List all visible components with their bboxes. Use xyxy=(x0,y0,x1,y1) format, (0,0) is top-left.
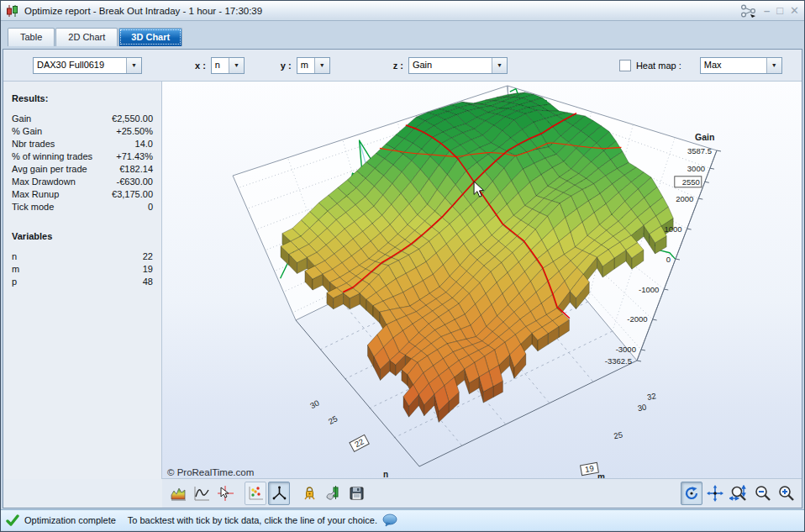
results-rows: Gain €2,550.00 % Gain +25.50% Nbr trades… xyxy=(3,112,161,213)
result-row: Max Runup €3,175.00 xyxy=(3,187,161,200)
zoom-in-icon xyxy=(777,485,794,502)
svg-text:30: 30 xyxy=(637,402,647,413)
result-row: Gain €2,550.00 xyxy=(3,112,161,124)
zoom-window-button[interactable] xyxy=(728,482,750,505)
variable-row: m 19 xyxy=(3,262,161,275)
svg-text:-2000: -2000 xyxy=(627,314,647,324)
tab-bar: Table 2D Chart 3D Chart xyxy=(1,21,804,46)
svg-text:32: 32 xyxy=(646,391,656,402)
area-chart-button[interactable] xyxy=(167,482,189,505)
pan-view-button[interactable] xyxy=(704,482,726,505)
instrument-select[interactable]: DAX30 Full0619 ▼ xyxy=(33,57,142,74)
variables-rows: n 22 m 19 p 48 xyxy=(3,250,161,287)
line-chart-button[interactable] xyxy=(191,482,213,505)
zoom-out-button[interactable] xyxy=(751,482,773,505)
success-check-icon xyxy=(6,514,19,526)
results-title: Results: xyxy=(12,93,161,103)
svg-text:3000: 3000 xyxy=(687,164,705,173)
result-row: % of winning trades +71.43% xyxy=(3,150,161,162)
scatter-chart-icon xyxy=(248,486,264,501)
status-bar: Optimization complete To backtest with t… xyxy=(1,509,804,530)
pan-icon xyxy=(707,485,723,502)
speech-bubble-icon[interactable] xyxy=(382,514,397,527)
apply-to-chart-icon xyxy=(325,486,341,501)
crosshair-cursor-button[interactable] xyxy=(214,482,236,505)
result-row: Nbr trades 14.0 xyxy=(3,137,161,150)
x-axis-label: x : xyxy=(195,61,206,71)
x-axis-select[interactable]: n ▼ xyxy=(211,57,245,74)
chart-toolbar xyxy=(162,478,802,508)
tab-table[interactable]: Table xyxy=(8,28,55,46)
lock-chart-button[interactable] xyxy=(298,482,320,505)
chevron-down-icon: ▼ xyxy=(229,58,244,73)
rotate-view-button[interactable] xyxy=(681,482,702,505)
detach-window-icon[interactable] xyxy=(740,4,757,18)
candlestick-chart-icon xyxy=(6,5,19,17)
zoom-out-icon xyxy=(754,485,771,502)
svg-text:1000: 1000 xyxy=(664,224,681,234)
area-chart-icon xyxy=(171,486,187,501)
chevron-down-icon: ▼ xyxy=(492,58,507,73)
heatmap-label: Heat map : xyxy=(636,61,681,71)
axes-3d-button[interactable] xyxy=(268,482,290,505)
heatmap-mode-select[interactable]: Max ▼ xyxy=(700,57,782,74)
status-text: Optimization complete xyxy=(24,515,116,525)
3d-chart-panel: 3587.530002550200010000-1000-2000-3000-3… xyxy=(162,82,802,479)
svg-text:2000: 2000 xyxy=(676,194,693,203)
variables-title: Variables xyxy=(12,231,161,241)
lock-icon xyxy=(302,486,318,501)
y-axis-label: y : xyxy=(281,61,292,71)
chevron-down-icon: ▼ xyxy=(126,58,141,73)
svg-text:3587.5: 3587.5 xyxy=(687,146,712,155)
zoom-in-button[interactable] xyxy=(775,482,797,505)
line-chart-icon xyxy=(194,486,210,501)
tab-2d-chart[interactable]: 2D Chart xyxy=(55,28,118,46)
minimize-button[interactable]: – xyxy=(764,5,770,17)
rotate-icon xyxy=(683,485,700,502)
chart-controls-bar: DAX30 Full0619 ▼ x : n ▼ y : m ▼ z : Gai… xyxy=(3,50,802,82)
axes-3d-icon xyxy=(271,486,287,501)
tab-3d-chart[interactable]: 3D Chart xyxy=(118,28,182,46)
apply-tools-button[interactable] xyxy=(322,482,344,505)
report-content: DAX30 Full0619 ▼ x : n ▼ y : m ▼ z : Gai… xyxy=(3,49,802,508)
svg-text:-3362.5: -3362.5 xyxy=(605,356,632,366)
svg-text:25: 25 xyxy=(327,413,339,426)
heatmap-checkbox[interactable] xyxy=(619,60,631,71)
maximize-button[interactable]: □ xyxy=(776,5,783,17)
save-icon xyxy=(349,486,365,501)
result-row: % Gain +25.50% xyxy=(3,124,161,137)
z-axis-select[interactable]: Gain ▼ xyxy=(408,57,508,74)
3d-surface-chart[interactable]: 3587.530002550200010000-1000-2000-3000-3… xyxy=(162,82,802,479)
status-message: To backtest with tick by tick data, clic… xyxy=(128,515,377,525)
variable-row: p 48 xyxy=(3,275,161,287)
svg-text:25: 25 xyxy=(613,429,623,440)
svg-text:2550: 2550 xyxy=(682,177,700,187)
svg-text:0: 0 xyxy=(666,255,671,264)
chevron-down-icon: ▼ xyxy=(314,58,329,73)
svg-text:Gain: Gain xyxy=(695,132,714,142)
z-axis-label: z : xyxy=(393,61,403,71)
variable-row: n 22 xyxy=(3,250,161,262)
crosshair-cursor-icon xyxy=(218,486,234,501)
optimize-report-window: Optimize report - Break Out Intraday - 1… xyxy=(0,0,805,532)
scatter-chart-button[interactable] xyxy=(245,482,266,505)
instrument-value: DAX30 Full0619 xyxy=(34,58,126,73)
result-row: Tick mode 0 xyxy=(3,200,161,213)
svg-text:-3000: -3000 xyxy=(616,345,636,354)
result-row: Avg gain per trade €182.14 xyxy=(3,162,161,175)
zoom-window-icon xyxy=(729,485,748,502)
svg-text:-1000: -1000 xyxy=(639,285,659,294)
y-axis-select[interactable]: m ▼ xyxy=(297,57,330,74)
window-title: Optimize report - Break Out Intraday - 1… xyxy=(24,6,740,16)
result-row: Max Drawdown -€630.00 xyxy=(3,175,161,187)
svg-text:19: 19 xyxy=(584,463,594,474)
svg-text:30: 30 xyxy=(308,398,321,411)
save-button[interactable] xyxy=(345,482,367,505)
title-bar[interactable]: Optimize report - Break Out Intraday - 1… xyxy=(1,1,804,21)
watermark: © ProRealTime.com xyxy=(167,467,254,477)
close-button[interactable]: ✕ xyxy=(790,5,799,17)
results-panel: Results: Gain €2,550.00 % Gain +25.50% N… xyxy=(3,82,162,479)
chevron-down-icon: ▼ xyxy=(766,58,781,73)
